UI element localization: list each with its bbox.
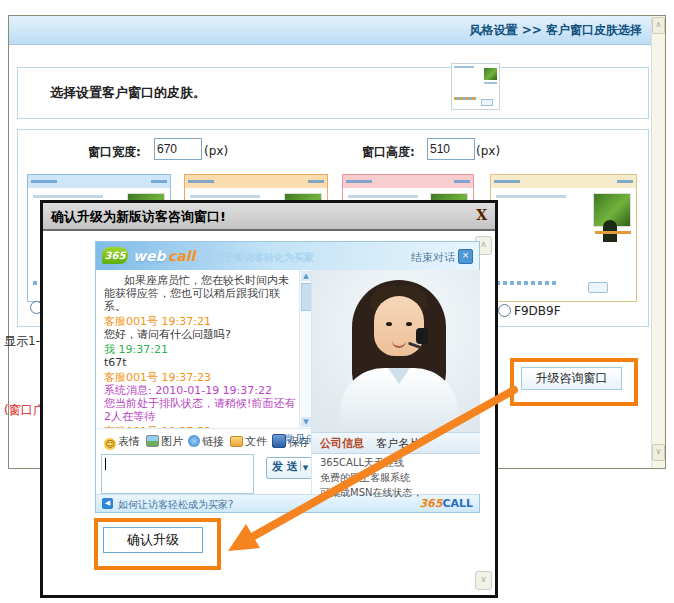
scroll-up-icon[interactable]: ∧ <box>652 17 665 34</box>
tab-company-info[interactable]: 公司信息 <box>320 436 364 451</box>
logo-slogan: 专注于将访客转化为买家 <box>204 251 314 265</box>
logo-365-bubble: 365 <box>102 247 128 264</box>
window-ad-note: (窗口广 <box>4 402 45 419</box>
send-button[interactable]: 发 送▼ <box>266 457 314 479</box>
mini-line <box>484 82 497 84</box>
file-icon <box>230 436 243 447</box>
skin-radio-4-label: F9DB9F <box>514 304 561 318</box>
thumb-agent-photo <box>593 193 631 227</box>
thumb-titlebar <box>185 175 327 188</box>
upgrade-window-button[interactable]: 升级咨询窗口 <box>521 367 622 390</box>
dialog-titlebar: 确认升级为新版访客咨询窗口! X <box>43 203 495 231</box>
skin-radio-4[interactable] <box>498 304 511 317</box>
mini-toolbar <box>454 97 476 100</box>
link-icon <box>188 435 200 447</box>
company-info-line: 可集成MSN在线状态， <box>320 486 422 500</box>
company-info-line: 免费的网上客服系统 <box>320 471 410 485</box>
chat-message: 您好，请问有什么问题吗? <box>104 328 299 341</box>
height-unit: (px) <box>476 144 500 158</box>
mini-button <box>481 99 493 106</box>
chat-message: 客服001号 19:37:23 <box>104 371 299 384</box>
logo-web: web <box>133 248 165 264</box>
mini-titlebar <box>454 66 474 68</box>
footer-logo: 365CALL <box>419 497 473 510</box>
agent-tabs: 公司信息 客户名片 <box>312 432 480 454</box>
intro-text: 选择设置客户窗口的皮肤。 <box>50 84 206 102</box>
chat-message: 客服001号 19:37:21 <box>104 315 299 328</box>
image-button[interactable]: 图片 <box>146 434 183 449</box>
thumb-send-button <box>588 282 608 293</box>
breadcrumb[interactable]: 风格设置 >> 客户窗口皮肤选择 <box>470 16 642 44</box>
emoticon-button[interactable]: ☺表情 <box>104 434 140 450</box>
headset-icon <box>416 328 428 344</box>
thumb-titlebar <box>343 175 473 188</box>
width-label: 窗口宽度: <box>88 144 141 161</box>
chat-input[interactable] <box>101 454 254 494</box>
thumb-toolbar <box>496 281 556 285</box>
confirm-upgrade-button[interactable]: 确认升级 <box>103 527 203 553</box>
skin-preview-thumbnail <box>451 63 500 110</box>
link-button[interactable]: 链接 <box>188 434 224 449</box>
picture-icon <box>146 435 159 447</box>
chat-message: t67t <box>104 356 299 369</box>
chat-close-icon[interactable]: × <box>458 249 473 264</box>
chat-message: 我 19:37:21 <box>104 343 299 356</box>
breadcrumb-bar: 风格设置 >> 客户窗口皮肤选择 <box>9 16 652 45</box>
text-caret <box>105 458 106 470</box>
page-scrollbar[interactable]: ∧ ∨ <box>651 16 665 468</box>
height-input[interactable] <box>427 138 475 160</box>
chat-header: 365 web call 专注于将访客转化为买家 结束对话 × <box>96 242 479 270</box>
send-label: 发 送 <box>272 460 298 473</box>
footer-arrow-icon: ◀ <box>102 498 113 509</box>
close-icon[interactable]: X <box>476 207 487 223</box>
width-unit: (px) <box>204 144 228 158</box>
company-info-line: 365CALL天天在线 <box>320 456 404 470</box>
thumb-titlebar <box>28 175 170 188</box>
mini-agent-photo <box>484 68 497 80</box>
chat-message: 系统消息: 2010-01-19 19:37:22 <box>104 384 299 397</box>
dialog-title: 确认升级为新版访客咨询窗口! <box>51 208 226 226</box>
msg-scroll-up-icon[interactable]: ▲ <box>301 271 311 281</box>
agent-photo <box>312 270 480 432</box>
agent-panel: 公司信息 客户名片 365CALL天天在线 免费的网上客服系统 可集成MSN在线… <box>311 270 480 494</box>
file-button[interactable]: 文件 <box>230 434 267 449</box>
chat-message: 您当前处于排队状态，请稍候!前面还有2人在等待 <box>104 397 299 423</box>
height-label: 窗口高度: <box>362 144 415 161</box>
dialog-scroll-down-icon[interactable]: ∨ <box>475 571 492 590</box>
chat-toolbar: ☺表情 图片 链接 文件 保存 <box>96 428 311 453</box>
msg-scroll-down-icon[interactable]: ▼ <box>301 417 311 427</box>
skin-thumbnail-cream[interactable] <box>490 174 637 302</box>
smiley-icon: ☺ <box>104 438 116 450</box>
width-input[interactable] <box>154 138 202 160</box>
logo-call: call <box>168 248 195 264</box>
footer-link[interactable]: 如何让访客轻松成为买家? <box>118 498 233 512</box>
chat-message: 如果座席员忙，您在较长时间内未能获得应答，您也可以稍后跟我们联系。 <box>104 274 299 313</box>
chat-window-preview: 365 web call 专注于将访客转化为买家 结束对话 × 如果座席员忙，您… <box>95 241 480 513</box>
message-list: 如果座席员忙，您在较长时间内未能获得应答，您也可以稍后跟我们联系。 客服001号… <box>96 270 299 428</box>
skin-intro-section: 选择设置客户窗口的皮肤。 <box>17 67 649 119</box>
thumb-titlebar <box>491 175 636 188</box>
tab-customer-card[interactable]: 客户名片 <box>376 436 420 451</box>
send-dropdown-icon[interactable]: ▼ <box>303 464 308 472</box>
end-chat-link[interactable]: 结束对话 <box>411 250 455 265</box>
scroll-down-icon[interactable]: ∨ <box>652 444 665 461</box>
